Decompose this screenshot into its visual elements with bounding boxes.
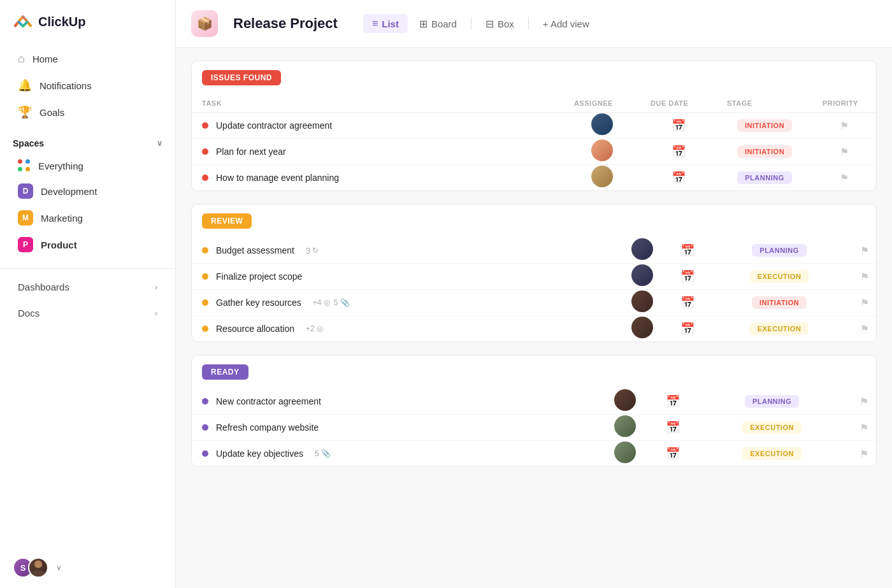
board-tab-icon: ⊞ [419, 18, 428, 30]
home-label: Home [32, 54, 58, 64]
calendar-icon: 📅 [680, 244, 694, 257]
avatar [631, 290, 653, 312]
task-dot [202, 148, 208, 155]
stage-badge: PLANNING [752, 244, 806, 257]
flag-icon: ⚑ [860, 396, 868, 407]
task-dot [202, 424, 208, 431]
tab-box[interactable]: ⊟ Box [477, 14, 523, 34]
table-row[interactable]: Finalize project scope 📅 EXECUTION ⚑ [192, 264, 876, 290]
logo-text: ClickUp [38, 15, 85, 29]
col-priority: PRIORITY [812, 94, 876, 113]
flag-icon: ⚑ [860, 324, 869, 334]
stage-badge: PLANNING [737, 171, 791, 184]
ready-table: New contractor agreement 📅 PLANNING ⚑ R [192, 389, 876, 466]
task-dot [202, 326, 208, 332]
box-tab-label: Box [498, 18, 514, 29]
task-name: Refresh company website [216, 422, 319, 433]
sidebar-item-home[interactable]: ⌂ Home [5, 46, 170, 72]
trophy-icon: 🏆 [18, 105, 32, 119]
task-meta: +4 ◎ 5 📎 [313, 298, 350, 307]
goals-label: Goals [40, 107, 64, 118]
stage-badge: EXECUTION [742, 421, 802, 434]
group-review-label: REVIEW [202, 213, 252, 229]
tab-board[interactable]: ⊞ Board [410, 14, 466, 34]
calendar-icon: 📅 [672, 171, 686, 184]
main-header: 📦 Release Project ≡ List ⊞ Board ⊟ Box +… [176, 0, 892, 48]
task-dot [202, 122, 208, 129]
user-avatars[interactable]: S [13, 557, 48, 578]
group-ready-label: READY [202, 364, 248, 380]
table-row[interactable]: Resource allocation +2 ◎ 📅 EXECUTION ⚑ [192, 316, 876, 342]
notifications-label: Notifications [40, 80, 92, 91]
stage-badge: PLANNING [745, 395, 799, 408]
flag-icon: ⚑ [860, 422, 868, 433]
group-issues-label: ISSUES FOUND [202, 70, 281, 85]
calendar-icon: 📅 [680, 296, 694, 309]
table-row[interactable]: Plan for next year 📅 INITIATION ⚑ [192, 139, 876, 165]
task-name: Resource allocation [216, 324, 294, 334]
project-icon: 📦 [191, 10, 218, 37]
sidebar-item-development[interactable]: D Development [5, 178, 170, 204]
table-row[interactable]: Refresh company website 📅 EXECUTION ⚑ [192, 415, 876, 441]
add-view-button[interactable]: + Add view [534, 15, 598, 33]
bell-icon: 🔔 [18, 78, 32, 92]
product-badge: P [18, 237, 33, 252]
table-row[interactable]: Budget assessment 3 ↻ 📅 [192, 238, 876, 264]
table-row[interactable]: Gather key resources +4 ◎ 5 📎 📅 INITIATI… [192, 290, 876, 316]
sidebar-item-goals[interactable]: 🏆 Goals [5, 99, 170, 125]
add-view-label: + Add view [543, 18, 589, 29]
footer-chevron-icon[interactable]: ∨ [56, 563, 62, 572]
avatar [614, 441, 636, 463]
spaces-chevron-icon[interactable]: ∨ [157, 139, 162, 148]
review-table: Budget assessment 3 ↻ 📅 [192, 238, 876, 341]
col-stage: STAGE [717, 94, 812, 113]
sidebar-item-everything[interactable]: Everything [5, 154, 170, 178]
calendar-icon: 📅 [666, 447, 680, 460]
sidebar: ClickUp ⌂ Home 🔔 Notifications 🏆 Goals S… [0, 0, 176, 588]
flag-icon: ⚑ [860, 298, 869, 308]
calendar-icon: 📅 [680, 270, 694, 283]
development-badge: D [18, 183, 33, 199]
spaces-label: Spaces [13, 138, 44, 148]
avatar-user-2 [28, 557, 48, 578]
table-row[interactable]: Update contractor agreement 📅 INITIATION… [192, 113, 876, 139]
tab-list[interactable]: ≡ List [363, 14, 408, 33]
task-dot [202, 247, 208, 254]
sidebar-item-product[interactable]: P Product [5, 231, 170, 258]
product-label: Product [41, 240, 77, 250]
avatar [614, 389, 636, 411]
avatar [614, 415, 636, 437]
sidebar-item-docs[interactable]: Docs › [5, 300, 170, 326]
task-name: New contractor agreement [216, 396, 321, 406]
sidebar-footer: S ∨ [0, 547, 175, 588]
project-title: Release Project [233, 15, 338, 32]
task-dot [202, 398, 208, 405]
sidebar-item-dashboards[interactable]: Dashboards › [5, 274, 170, 300]
stage-badge: INITIATION [737, 119, 792, 132]
task-name: Finalize project scope [216, 271, 302, 282]
group-ready: READY New contractor agreement 📅 PLANNI [191, 355, 877, 467]
group-issues-header: ISSUES FOUND [192, 61, 876, 94]
logo-area: ClickUp [0, 0, 175, 43]
table-row[interactable]: New contractor agreement 📅 PLANNING ⚑ [192, 389, 876, 415]
view-tabs: ≡ List ⊞ Board ⊟ Box + Add view [363, 14, 598, 34]
task-name: Update contractor agreement [216, 120, 332, 131]
task-name: How to manage event planning [216, 173, 339, 183]
task-name: Gather key resources [216, 298, 301, 308]
stage-badge: EXECUTION [750, 270, 809, 283]
clickup-logo-icon [13, 11, 33, 32]
task-dot [202, 273, 208, 280]
everything-label: Everything [38, 161, 83, 171]
flag-icon: ⚑ [860, 245, 869, 256]
sidebar-item-notifications[interactable]: 🔔 Notifications [5, 72, 170, 99]
home-icon: ⌂ [18, 52, 25, 66]
avatar [591, 166, 613, 187]
task-name: Budget assessment [216, 245, 294, 255]
spaces-header: Spaces ∨ [0, 128, 175, 154]
stage-badge: EXECUTION [750, 322, 809, 335]
sidebar-item-marketing[interactable]: M Marketing [5, 204, 170, 231]
main-nav: ⌂ Home 🔔 Notifications 🏆 Goals [0, 43, 175, 128]
board-tab-label: Board [431, 18, 457, 29]
table-row[interactable]: Update key objectives 5 📎 📅 EXECUTION ⚑ [192, 441, 876, 467]
table-row[interactable]: How to manage event planning 📅 PLANNING … [192, 165, 876, 191]
